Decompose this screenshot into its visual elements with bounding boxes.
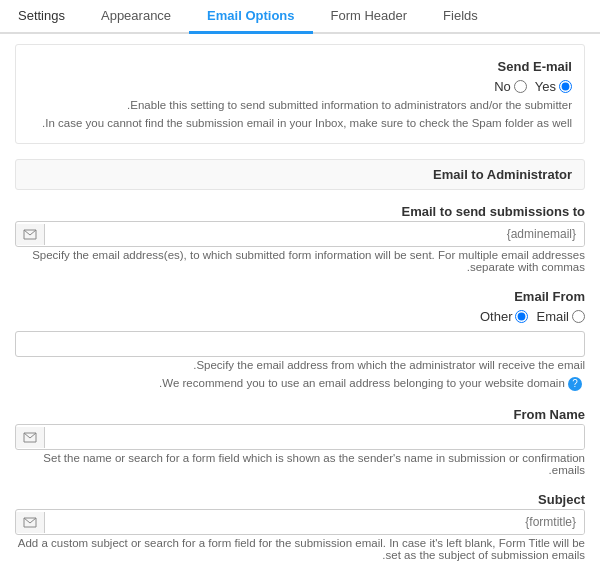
email-from-input[interactable] xyxy=(15,331,585,357)
radio-yes[interactable] xyxy=(559,80,572,93)
send-email-section: Send E-mail No Yes Enable this setting t… xyxy=(15,44,585,144)
from-name-input[interactable] xyxy=(45,425,584,449)
send-to-input-wrapper xyxy=(15,221,585,247)
email-from-radio-row: Other Email xyxy=(15,306,585,327)
info-icon: ? xyxy=(568,377,582,391)
subject-row: Subject Add a custom subject or search f… xyxy=(15,488,585,562)
from-name-input-wrapper xyxy=(15,424,585,450)
radio-yes-text: Yes xyxy=(535,79,556,94)
radio-no-text: No xyxy=(494,79,511,94)
subject-hint: Add a custom subject or search for a for… xyxy=(15,535,585,562)
send-to-row: Email to send submissions to Specify the… xyxy=(15,200,585,277)
email-admin-section: Email to Administrator Email to send sub… xyxy=(15,159,585,562)
email-from-other-text: Other xyxy=(480,309,513,324)
send-email-hint1: Enable this setting to send submitted in… xyxy=(28,97,572,115)
tab-appearance[interactable]: Appearance xyxy=(83,0,189,34)
subject-label: Subject xyxy=(15,488,585,509)
send-to-label: Email to send submissions to xyxy=(15,200,585,221)
from-name-row: From Name Set the name or search for a f… xyxy=(15,403,585,480)
radio-other[interactable] xyxy=(515,310,528,323)
radio-yes-label[interactable]: Yes xyxy=(535,79,572,94)
email-from-email-text: Email xyxy=(536,309,569,324)
tab-settings[interactable]: Settings xyxy=(0,0,83,34)
tab-email-options[interactable]: Email Options xyxy=(189,0,312,34)
email-from-other-label[interactable]: Other xyxy=(480,309,529,324)
tab-form-header[interactable]: Form Header xyxy=(313,0,426,34)
send-email-radio-row: No Yes xyxy=(28,76,572,97)
email-from-hint2: ? We recommend you to use an email addre… xyxy=(15,375,585,395)
from-name-hint: Set the name or search for a form field … xyxy=(15,450,585,480)
send-email-hint2: In case you cannot find the submission e… xyxy=(28,115,572,133)
radio-no-label[interactable]: No xyxy=(494,79,527,94)
subject-input-wrapper xyxy=(15,509,585,535)
send-to-icon xyxy=(16,224,45,245)
send-to-hint: Specify the email address(es), to which … xyxy=(15,247,585,277)
email-admin-heading: Email to Administrator xyxy=(15,159,585,190)
from-name-label: From Name xyxy=(15,403,585,424)
from-name-icon xyxy=(16,427,45,448)
send-email-label: Send E-mail xyxy=(28,55,572,76)
radio-email[interactable] xyxy=(572,310,585,323)
tab-fields[interactable]: Fields xyxy=(425,0,496,34)
tab-bar: Settings Appearance Email Options Form H… xyxy=(0,0,600,34)
radio-no[interactable] xyxy=(514,80,527,93)
email-from-email-label[interactable]: Email xyxy=(536,309,585,324)
subject-input[interactable] xyxy=(45,510,584,534)
subject-icon xyxy=(16,512,45,533)
send-to-input[interactable] xyxy=(45,222,584,246)
email-from-label: Email From xyxy=(15,285,585,306)
email-from-hint1: Specify the email address from which the… xyxy=(15,357,585,375)
email-from-row: Email From Other Email Specify the email… xyxy=(15,285,585,395)
main-content: Send E-mail No Yes Enable this setting t… xyxy=(0,34,600,562)
